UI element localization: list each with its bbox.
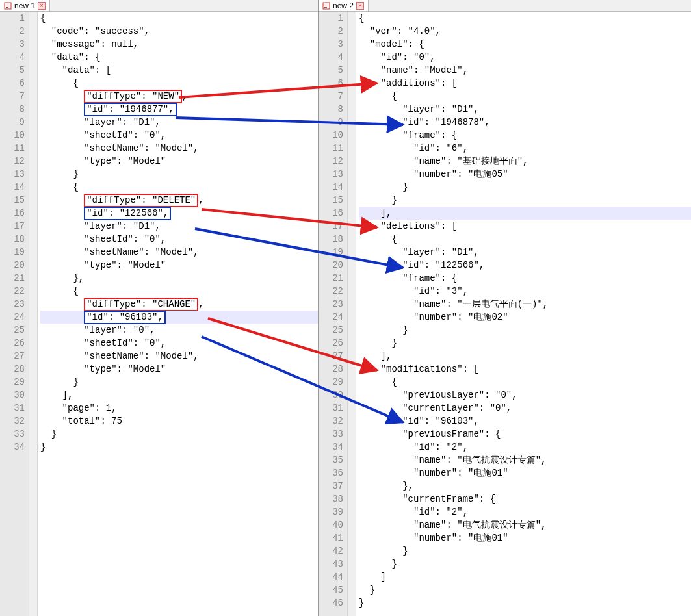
code-line: } <box>359 584 691 597</box>
left-marker-strip <box>29 12 38 616</box>
code-line: "previousLayer": "0", <box>359 389 691 402</box>
code-line: "sheetId": "0", <box>40 129 318 142</box>
code-line: } <box>359 597 691 610</box>
highlight-red: "diffType": "NEW" <box>84 90 182 103</box>
tab-label: new 1 <box>14 1 35 10</box>
code-line: "sheetName": "Model", <box>40 142 318 155</box>
highlight-red: "diffType": "DELETE" <box>84 194 198 207</box>
code-line: "type": "Model" <box>40 259 318 272</box>
code-line: ], <box>359 350 691 363</box>
code-line: "layer": "D1", <box>359 103 691 116</box>
code-line: } <box>40 428 318 441</box>
left-code[interactable]: { "code": "success", "message": null, "d… <box>38 12 318 616</box>
code-line: "data": { <box>40 51 318 64</box>
code-line: "previousFrame": { <box>359 428 691 441</box>
highlight-blue: "id": "1946877", <box>84 103 176 116</box>
code-line: } <box>40 376 318 389</box>
code-line: ] <box>359 571 691 584</box>
code-line: "diffType": "CHANGE", <box>40 298 318 311</box>
code-line: "data": [ <box>40 64 318 77</box>
file-icon <box>4 2 12 10</box>
code-line: "id": "2", <box>359 441 691 454</box>
right-tabbar: new 2 × <box>319 0 691 12</box>
code-line: "sheetName": "Model", <box>40 246 318 259</box>
close-icon[interactable]: × <box>356 2 364 10</box>
code-line: "total": 75 <box>40 415 318 428</box>
code-line: "message": null, <box>40 38 318 51</box>
code-line: "number": "电施01" <box>359 467 691 480</box>
code-line: ], <box>359 207 691 220</box>
right-code[interactable]: { "ver": "4.0", "model": { "id": "0", "n… <box>356 12 691 616</box>
code-line: "code": "success", <box>40 25 318 38</box>
code-line: "name": "一层电气平面(一)", <box>359 298 691 311</box>
right-editor[interactable]: 1234567891011121314151617181920212223242… <box>319 12 691 616</box>
code-line: "type": "Model" <box>40 155 318 168</box>
code-line: }, <box>359 480 691 493</box>
left-gutter: 1234567891011121314151617181920212223242… <box>0 12 29 616</box>
left-tabbar: new 1 × <box>0 0 318 12</box>
right-gutter: 1234567891011121314151617181920212223242… <box>319 12 347 616</box>
code-line: "diffType": "NEW", <box>40 90 318 103</box>
code-line: "sheetName": "Model", <box>40 350 318 363</box>
code-line: "deletions": [ <box>359 220 691 233</box>
code-line: "name": "电气抗震设计专篇", <box>359 519 691 532</box>
code-line: "modifications": [ <box>359 363 691 376</box>
code-line: { <box>40 181 318 194</box>
code-line: "currentFrame": { <box>359 493 691 506</box>
code-line: "id": "1946877", <box>40 103 318 116</box>
code-line: "name": "电气抗震设计专篇", <box>359 454 691 467</box>
code-line: { <box>359 376 691 389</box>
code-line: "currentLayer": "0", <box>359 402 691 415</box>
code-line: "id": "6", <box>359 142 691 155</box>
right-pane: new 2 × 12345678910111213141516171819202… <box>319 0 691 616</box>
highlight-blue: "id": "96103", <box>84 311 166 324</box>
tab-new2[interactable]: new 2 × <box>319 0 369 11</box>
code-line: { <box>40 12 318 25</box>
svg-rect-3 <box>6 7 8 8</box>
code-line: "frame": { <box>359 129 691 142</box>
code-line: "id": "1946878", <box>359 116 691 129</box>
left-editor[interactable]: 1234567891011121314151617181920212223242… <box>0 12 318 616</box>
code-line: "id": "96103", <box>359 415 691 428</box>
code-line: "number": "电施05" <box>359 168 691 181</box>
code-line: "layer": "D1", <box>359 246 691 259</box>
code-line: } <box>359 324 691 337</box>
svg-rect-2 <box>6 6 10 6</box>
code-line: "layer": "D1", <box>40 220 318 233</box>
code-line: } <box>359 558 691 571</box>
right-marker-strip <box>347 12 356 616</box>
tab-new1[interactable]: new 1 × <box>0 0 50 11</box>
code-line: "number": "电施02" <box>359 311 691 324</box>
code-line: "page": 1, <box>40 402 318 415</box>
code-line: }, <box>40 272 318 285</box>
code-line: "id": "2", <box>359 506 691 519</box>
code-line: "name": "Model", <box>359 64 691 77</box>
code-line: "id": "0", <box>359 51 691 64</box>
code-line: "ver": "4.0", <box>359 25 691 38</box>
svg-rect-7 <box>324 7 327 8</box>
code-line: { <box>359 12 691 25</box>
code-line: "id": "3", <box>359 285 691 298</box>
code-line: "layer": "D1", <box>40 116 318 129</box>
code-line: { <box>40 77 318 90</box>
code-line: } <box>40 168 318 181</box>
code-line: "number": "电施01" <box>359 532 691 545</box>
code-line: "diffType": "DELETE", <box>40 194 318 207</box>
code-line: "id": "96103", <box>40 311 318 324</box>
code-line: "id": "122566", <box>359 259 691 272</box>
split-view: new 1 × 12345678910111213141516171819202… <box>0 0 691 616</box>
file-icon <box>322 2 330 10</box>
code-line: } <box>359 194 691 207</box>
code-line: "name": "基础接地平面", <box>359 155 691 168</box>
svg-rect-5 <box>324 5 328 5</box>
svg-rect-1 <box>6 5 10 5</box>
code-line: } <box>359 181 691 194</box>
code-line: "frame": { <box>359 272 691 285</box>
code-line: "additions": [ <box>359 77 691 90</box>
tab-label: new 2 <box>333 1 354 10</box>
close-icon[interactable]: × <box>38 2 46 10</box>
code-line: "sheetId": "0", <box>40 233 318 246</box>
code-line: "type": "Model" <box>40 363 318 376</box>
svg-rect-6 <box>324 6 328 6</box>
code-line: { <box>359 233 691 246</box>
